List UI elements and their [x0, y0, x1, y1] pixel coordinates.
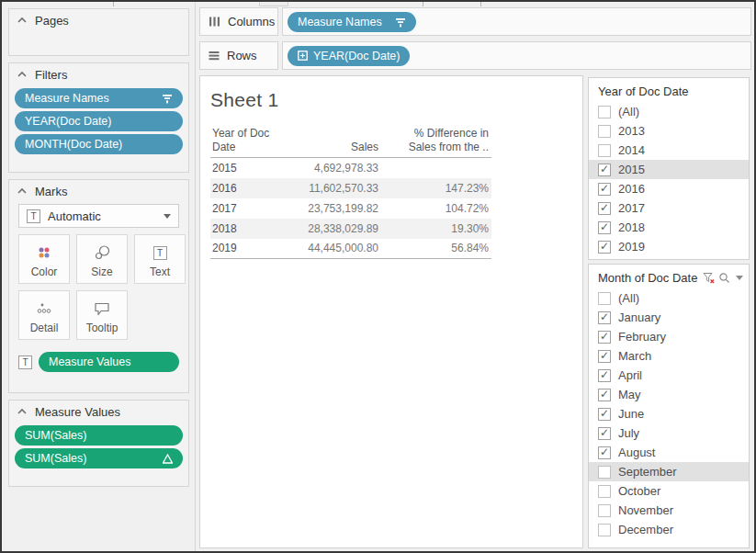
measure-pill-sum-sales-2[interactable]: SUM(Sales) [15, 448, 183, 468]
checkbox[interactable] [598, 446, 611, 459]
filter-item-all[interactable]: (All) [589, 102, 749, 121]
checkbox[interactable] [598, 524, 611, 536]
collapse-chevron-icon[interactable] [17, 187, 27, 195]
columns-pill-measure-names[interactable]: Measure Names [288, 12, 416, 32]
filter-item-all[interactable]: (All) [589, 288, 749, 308]
tooltip-button[interactable]: Tooltip [76, 290, 128, 340]
checkbox[interactable] [598, 369, 611, 382]
diff-cell[interactable] [381, 158, 491, 178]
filter-item-october[interactable]: October [589, 481, 749, 501]
checkbox[interactable] [598, 504, 611, 517]
filters-card-title: Filters [35, 68, 67, 82]
checkbox[interactable] [598, 202, 611, 215]
filter-menu-caret-icon[interactable] [736, 276, 743, 280]
filter-item-september[interactable]: September [589, 462, 749, 481]
text-mark-icon: T [27, 209, 40, 223]
mark-type-dropdown[interactable]: T Automatic [18, 204, 179, 228]
color-button[interactable]: Color [18, 234, 70, 284]
delta-quick-calc-icon[interactable] [163, 454, 173, 464]
exclude-filter-icon[interactable] [703, 272, 715, 284]
text-encoding-icon[interactable]: T [18, 356, 32, 369]
expand-plus-icon[interactable] [298, 51, 308, 61]
tooltip-icon [94, 300, 110, 317]
filter-pill-year-doc-date[interactable]: YEAR(Doc Date) [15, 111, 183, 131]
filter-item-january[interactable]: January [589, 308, 749, 327]
checkbox[interactable] [598, 106, 611, 118]
filter-item-2019[interactable]: 2019 [589, 237, 749, 256]
filter-item-july[interactable]: July [589, 423, 749, 443]
marks-card-title: Marks [35, 185, 67, 198]
sales-column-header[interactable]: Sales [291, 127, 381, 158]
sales-cell[interactable]: 11,602,570.33 [291, 178, 381, 198]
year-cell[interactable]: 2016 [210, 178, 291, 198]
filter-item-may[interactable]: May [589, 385, 749, 404]
checkbox[interactable] [598, 125, 611, 138]
filter-item-2015[interactable]: 2015 [589, 160, 749, 179]
collapse-chevron-icon[interactable] [17, 408, 27, 415]
crosstab-table: Year of Doc Date Sales % Difference in S… [210, 127, 491, 259]
measure-pill-sum-sales-1[interactable]: SUM(Sales) [15, 425, 183, 446]
checkbox[interactable] [598, 389, 611, 401]
checkbox[interactable] [598, 164, 611, 176]
filter-item-2014[interactable]: 2014 [589, 141, 749, 160]
filter-badge-icon[interactable] [395, 17, 406, 28]
row-dimension-header[interactable]: Year of Doc Date [210, 127, 291, 158]
filter-item-april[interactable]: April [589, 366, 749, 385]
rows-shelf-label: Rows [199, 41, 278, 70]
checkbox[interactable] [598, 144, 611, 157]
checkbox[interactable] [598, 466, 611, 479]
filter-item-2017[interactable]: 2017 [589, 198, 749, 218]
checkbox[interactable] [598, 241, 611, 254]
filter-pill-month-doc-date[interactable]: MONTH(Doc Date) [15, 134, 183, 154]
text-icon: T [153, 244, 167, 261]
dropdown-caret-icon[interactable] [164, 214, 171, 219]
worksheet-canvas: Sheet 1 Year of Doc Date Sales % Differe… [199, 75, 583, 548]
year-cell[interactable]: 2017 [210, 198, 291, 219]
rows-shelf-body[interactable]: YEAR(Doc Date) [282, 41, 751, 70]
columns-shelf-body[interactable]: Measure Names [282, 7, 751, 36]
sales-cell[interactable]: 28,338,029.89 [291, 219, 381, 239]
collapse-chevron-icon[interactable] [17, 17, 27, 24]
checkbox[interactable] [598, 311, 611, 324]
checkbox[interactable] [598, 485, 611, 498]
diff-cell[interactable]: 104.72% [381, 198, 491, 219]
filter-pill-measure-names[interactable]: Measure Names [15, 88, 183, 108]
checkbox[interactable] [598, 427, 611, 440]
checkbox[interactable] [598, 183, 611, 196]
year-cell[interactable]: 2015 [210, 158, 291, 178]
sales-cell[interactable]: 23,753,199.82 [291, 198, 381, 219]
filter-item-2013[interactable]: 2013 [589, 121, 749, 141]
filter-item-june[interactable]: June [589, 404, 749, 423]
filter-item-november[interactable]: November [589, 501, 749, 520]
search-icon[interactable] [718, 272, 730, 284]
encoding-pill-measure-values[interactable]: Measure Values [39, 352, 179, 372]
table-row: 2018 28,338,029.89 19.30% [210, 219, 491, 239]
marks-buttons: Color Size T Text [18, 234, 188, 340]
rows-pill-year-doc-date[interactable]: YEAR(Doc Date) [288, 46, 410, 66]
filter-item-2018[interactable]: 2018 [589, 218, 749, 237]
year-cell[interactable]: 2018 [210, 219, 291, 239]
diff-cell[interactable]: 56.84% [381, 239, 491, 259]
year-cell[interactable]: 2019 [210, 239, 291, 259]
filter-item-december[interactable]: December [589, 520, 749, 539]
checkbox[interactable] [598, 292, 611, 305]
filter-item-february[interactable]: February [589, 327, 749, 346]
diff-cell[interactable]: 19.30% [381, 219, 491, 239]
text-button[interactable]: T Text [134, 234, 186, 284]
toolbar-remnant [259, 2, 288, 6]
filter-item-august[interactable]: August [589, 443, 749, 462]
size-button[interactable]: Size [76, 234, 128, 284]
diff-cell[interactable]: 147.23% [381, 178, 491, 198]
checkbox[interactable] [598, 408, 611, 421]
detail-button[interactable]: Detail [18, 290, 70, 340]
sales-cell[interactable]: 44,445,000.80 [291, 239, 381, 259]
checkbox[interactable] [598, 350, 611, 363]
diff-column-header[interactable]: % Difference in Sales from the .. [381, 127, 491, 158]
filter-item-march[interactable]: March [589, 346, 749, 366]
sales-cell[interactable]: 4,692,978.33 [291, 158, 381, 178]
filter-item-2016[interactable]: 2016 [589, 179, 749, 198]
checkbox[interactable] [598, 331, 611, 344]
filter-badge-icon[interactable] [162, 93, 173, 104]
checkbox[interactable] [598, 221, 611, 234]
collapse-chevron-icon[interactable] [17, 71, 27, 78]
